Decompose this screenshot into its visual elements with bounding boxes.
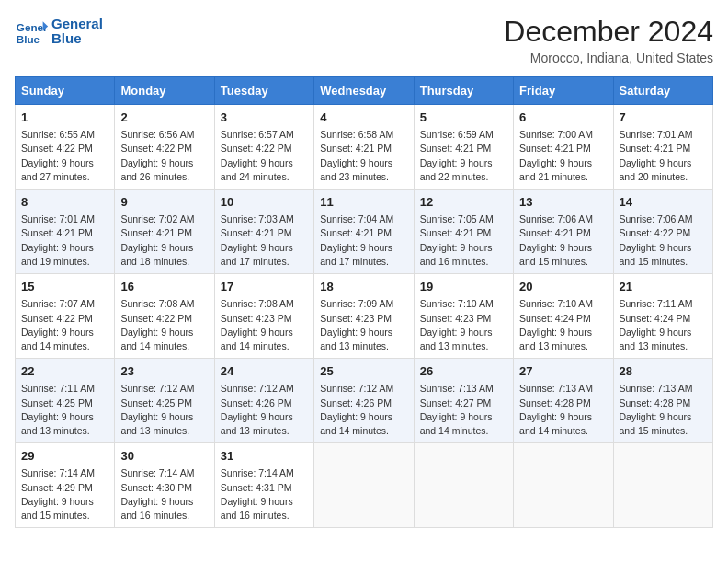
calendar-cell	[414, 443, 513, 528]
day-info: Sunrise: 7:04 AM Sunset: 4:21 PM Dayligh…	[320, 213, 407, 269]
day-info: Sunrise: 6:55 AM Sunset: 4:22 PM Dayligh…	[21, 128, 108, 184]
col-header-thursday: Thursday	[414, 77, 513, 105]
logo-line1: General	[51, 17, 103, 32]
calendar-cell: 13 Sunrise: 7:06 AM Sunset: 4:21 PM Dayl…	[514, 190, 613, 274]
day-number: 22	[21, 363, 108, 380]
day-info: Sunrise: 6:57 AM Sunset: 4:22 PM Dayligh…	[221, 128, 308, 184]
day-number: 19	[420, 279, 507, 295]
day-info: Sunrise: 7:06 AM Sunset: 4:22 PM Dayligh…	[620, 213, 707, 269]
day-info: Sunrise: 7:13 AM Sunset: 4:28 PM Dayligh…	[519, 382, 607, 438]
day-number: 29	[21, 448, 108, 465]
calendar-cell: 11 Sunrise: 7:04 AM Sunset: 4:21 PM Dayl…	[314, 190, 414, 274]
page-header: General Blue General Blue December 2024 …	[15, 15, 713, 65]
day-info: Sunrise: 7:11 AM Sunset: 4:24 PM Dayligh…	[620, 297, 707, 353]
calendar-cell: 10 Sunrise: 7:03 AM Sunset: 4:21 PM Dayl…	[214, 190, 313, 274]
calendar-cell: 12 Sunrise: 7:05 AM Sunset: 4:21 PM Dayl…	[414, 190, 513, 274]
day-number: 21	[620, 279, 707, 295]
calendar-cell: 20 Sunrise: 7:10 AM Sunset: 4:24 PM Dayl…	[514, 274, 613, 359]
calendar-cell: 15 Sunrise: 7:07 AM Sunset: 4:22 PM Dayl…	[16, 274, 115, 359]
calendar-cell: 29 Sunrise: 7:14 AM Sunset: 4:29 PM Dayl…	[16, 443, 115, 528]
calendar-cell: 17 Sunrise: 7:08 AM Sunset: 4:23 PM Dayl…	[214, 274, 313, 359]
day-info: Sunrise: 7:08 AM Sunset: 4:23 PM Dayligh…	[221, 297, 308, 353]
day-number: 13	[519, 194, 607, 211]
calendar-cell	[613, 443, 712, 528]
calendar-header-row: SundayMondayTuesdayWednesdayThursdayFrid…	[16, 77, 713, 105]
calendar-week-3: 15 Sunrise: 7:07 AM Sunset: 4:22 PM Dayl…	[16, 274, 713, 359]
calendar-cell: 22 Sunrise: 7:11 AM Sunset: 4:25 PM Dayl…	[16, 359, 115, 443]
day-info: Sunrise: 7:14 AM Sunset: 4:29 PM Dayligh…	[21, 466, 108, 523]
calendar-cell	[314, 443, 414, 528]
day-info: Sunrise: 7:12 AM Sunset: 4:26 PM Dayligh…	[320, 382, 407, 438]
calendar-cell: 8 Sunrise: 7:01 AM Sunset: 4:21 PM Dayli…	[16, 190, 115, 274]
logo-icon: General Blue	[15, 15, 48, 48]
calendar-cell: 24 Sunrise: 7:12 AM Sunset: 4:26 PM Dayl…	[214, 359, 313, 443]
day-number: 10	[221, 194, 308, 211]
day-number: 16	[120, 279, 208, 295]
calendar-cell: 25 Sunrise: 7:12 AM Sunset: 4:26 PM Dayl…	[314, 359, 414, 443]
day-info: Sunrise: 7:03 AM Sunset: 4:21 PM Dayligh…	[221, 213, 308, 269]
day-number: 7	[620, 109, 707, 126]
day-number: 31	[221, 448, 308, 465]
day-number: 5	[420, 109, 507, 126]
day-number: 1	[21, 109, 108, 126]
calendar-cell: 2 Sunrise: 6:56 AM Sunset: 4:22 PM Dayli…	[115, 105, 214, 190]
calendar-cell: 6 Sunrise: 7:00 AM Sunset: 4:21 PM Dayli…	[514, 105, 613, 190]
day-number: 17	[221, 279, 308, 295]
calendar-title: December 2024	[504, 15, 713, 49]
day-info: Sunrise: 7:01 AM Sunset: 4:21 PM Dayligh…	[21, 213, 108, 269]
calendar-cell: 3 Sunrise: 6:57 AM Sunset: 4:22 PM Dayli…	[214, 105, 313, 190]
day-info: Sunrise: 7:12 AM Sunset: 4:25 PM Dayligh…	[120, 382, 208, 438]
calendar-cell: 4 Sunrise: 6:58 AM Sunset: 4:21 PM Dayli…	[314, 105, 414, 190]
calendar-cell: 18 Sunrise: 7:09 AM Sunset: 4:23 PM Dayl…	[314, 274, 414, 359]
calendar-subtitle: Morocco, Indiana, United States	[504, 51, 713, 65]
day-info: Sunrise: 7:01 AM Sunset: 4:21 PM Dayligh…	[620, 128, 707, 184]
calendar-cell: 27 Sunrise: 7:13 AM Sunset: 4:28 PM Dayl…	[514, 359, 613, 443]
day-info: Sunrise: 7:12 AM Sunset: 4:26 PM Dayligh…	[221, 382, 308, 438]
day-number: 28	[620, 363, 707, 380]
calendar-cell	[514, 443, 613, 528]
col-header-tuesday: Tuesday	[214, 77, 313, 105]
col-header-friday: Friday	[514, 77, 613, 105]
day-info: Sunrise: 7:05 AM Sunset: 4:21 PM Dayligh…	[420, 213, 507, 269]
title-block: December 2024 Morocco, Indiana, United S…	[504, 15, 713, 65]
calendar-week-5: 29 Sunrise: 7:14 AM Sunset: 4:29 PM Dayl…	[16, 443, 713, 528]
svg-text:Blue: Blue	[17, 33, 40, 45]
day-number: 27	[519, 363, 607, 380]
calendar-cell: 5 Sunrise: 6:59 AM Sunset: 4:21 PM Dayli…	[414, 105, 513, 190]
col-header-monday: Monday	[115, 77, 214, 105]
calendar-week-1: 1 Sunrise: 6:55 AM Sunset: 4:22 PM Dayli…	[16, 105, 713, 190]
col-header-saturday: Saturday	[613, 77, 712, 105]
day-info: Sunrise: 7:07 AM Sunset: 4:22 PM Dayligh…	[21, 297, 108, 353]
day-info: Sunrise: 6:58 AM Sunset: 4:21 PM Dayligh…	[320, 128, 407, 184]
day-info: Sunrise: 7:10 AM Sunset: 4:24 PM Dayligh…	[519, 297, 607, 353]
calendar-cell: 30 Sunrise: 7:14 AM Sunset: 4:30 PM Dayl…	[115, 443, 214, 528]
day-number: 18	[320, 279, 407, 295]
day-number: 23	[120, 363, 208, 380]
day-info: Sunrise: 7:14 AM Sunset: 4:30 PM Dayligh…	[120, 466, 208, 523]
calendar-cell: 7 Sunrise: 7:01 AM Sunset: 4:21 PM Dayli…	[613, 105, 712, 190]
day-info: Sunrise: 7:09 AM Sunset: 4:23 PM Dayligh…	[320, 297, 407, 353]
day-number: 14	[620, 194, 707, 211]
day-number: 26	[420, 363, 507, 380]
day-info: Sunrise: 7:06 AM Sunset: 4:21 PM Dayligh…	[519, 213, 607, 269]
day-number: 11	[320, 194, 407, 211]
day-info: Sunrise: 6:56 AM Sunset: 4:22 PM Dayligh…	[120, 128, 208, 184]
day-number: 3	[221, 109, 308, 126]
logo: General Blue General Blue	[15, 15, 103, 48]
calendar-week-4: 22 Sunrise: 7:11 AM Sunset: 4:25 PM Dayl…	[16, 359, 713, 443]
day-info: Sunrise: 7:10 AM Sunset: 4:23 PM Dayligh…	[420, 297, 507, 353]
day-number: 2	[120, 109, 208, 126]
calendar-week-2: 8 Sunrise: 7:01 AM Sunset: 4:21 PM Dayli…	[16, 190, 713, 274]
day-number: 24	[221, 363, 308, 380]
day-number: 20	[519, 279, 607, 295]
day-info: Sunrise: 6:59 AM Sunset: 4:21 PM Dayligh…	[420, 128, 507, 184]
calendar-cell: 9 Sunrise: 7:02 AM Sunset: 4:21 PM Dayli…	[115, 190, 214, 274]
day-number: 12	[420, 194, 507, 211]
calendar-cell: 14 Sunrise: 7:06 AM Sunset: 4:22 PM Dayl…	[613, 190, 712, 274]
day-info: Sunrise: 7:08 AM Sunset: 4:22 PM Dayligh…	[120, 297, 208, 353]
day-number: 6	[519, 109, 607, 126]
calendar-table: SundayMondayTuesdayWednesdayThursdayFrid…	[15, 76, 713, 528]
day-info: Sunrise: 7:11 AM Sunset: 4:25 PM Dayligh…	[21, 382, 108, 438]
calendar-cell: 19 Sunrise: 7:10 AM Sunset: 4:23 PM Dayl…	[414, 274, 513, 359]
day-number: 15	[21, 279, 108, 295]
